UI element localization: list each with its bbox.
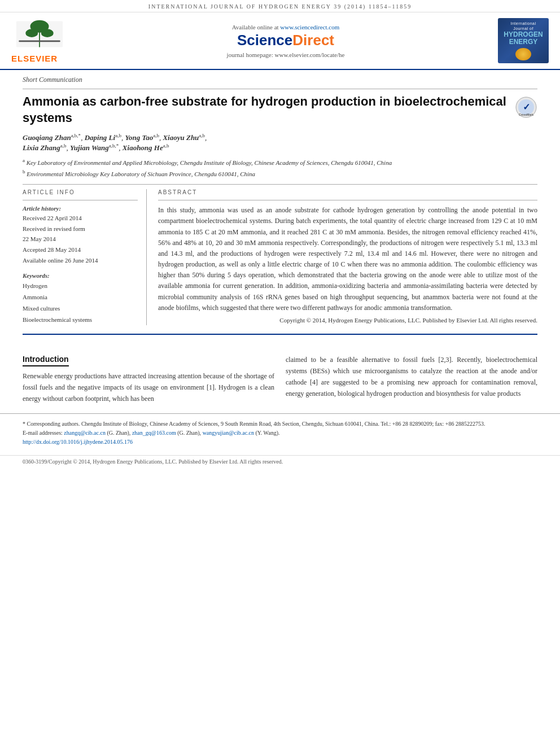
abstract-text: In this study, ammonia was used as an an…	[158, 205, 537, 313]
keyword-1: Hydrogen	[23, 281, 138, 292]
email-link-1[interactable]: zhangq@cib.ac.cn	[64, 430, 106, 436]
author-7-sup: a,b	[163, 143, 169, 148]
revised-date: 22 May 2014	[23, 234, 138, 244]
authors-list: Guoqiang Zhana,b,*, Daping Lia,b, Yong T…	[23, 133, 537, 152]
svg-point-3	[25, 29, 38, 37]
introduction-section: Introduction Renewable energy production…	[0, 355, 560, 404]
sciencedirect-link[interactable]: www.sciencedirect.com	[280, 24, 339, 30]
keywords-section: Keywords: Hydrogen Ammonia Mixed culture…	[23, 272, 138, 325]
crossmark-svg: ✓ CrossMark	[515, 96, 537, 119]
intro-left-col: Introduction Renewable energy production…	[23, 355, 274, 404]
author-4-sup: a,b	[199, 133, 205, 138]
author-5-sup: a,b	[60, 143, 67, 148]
author-3: Yong Tao	[125, 134, 153, 142]
author-1: Guoqiang Zhan	[23, 134, 71, 142]
journal-topbar: INTERNATIONAL JOURNAL OF HYDROGEN ENERGY…	[0, 0, 560, 12]
author-2: Daping Li	[85, 134, 116, 142]
author-6: Yujian Wang	[70, 143, 109, 152]
keyword-3: Mixed cultures	[23, 303, 138, 314]
affiliations: a Key Laboratory of Environmental and Ap…	[23, 157, 537, 178]
abstract-inner-divider	[158, 200, 537, 200]
author-6-sup: a,b,*	[109, 143, 119, 148]
available-online-text: Available online at www.sciencedirect.co…	[79, 24, 492, 30]
history-label: Article history:	[23, 205, 138, 212]
article-info-header: ARTICLE INFO	[23, 189, 138, 195]
crossmark-logo: ✓ CrossMark	[515, 96, 537, 119]
article-info-col: ARTICLE INFO Article history: Received 2…	[23, 189, 147, 325]
journal-logo: InternationalJournal of HYDROGENENERGY	[492, 18, 549, 63]
content-area: Short Communication Ammonia as carbon-fr…	[0, 70, 560, 355]
bottom-main-divider	[23, 334, 537, 335]
author-7: Xiaohong He	[123, 143, 163, 152]
page-header: ELSEVIER Available online at www.science…	[0, 12, 560, 70]
affiliation-a: a Key Laboratory of Environmental and Ap…	[23, 157, 537, 167]
elsevier-logo: ELSEVIER	[11, 19, 79, 63]
svg-text:✓: ✓	[523, 102, 530, 112]
article-type: Short Communication	[23, 76, 537, 84]
email-link-2[interactable]: zhan_gq@163.com	[132, 430, 176, 436]
author-2-sup: a,b	[115, 133, 121, 138]
intro-right-col: claimed to be a feasible alternative to …	[286, 355, 537, 404]
title-top-divider	[23, 89, 537, 89]
received-date: Received 22 April 2014	[23, 213, 138, 224]
journal-logo-circle	[515, 48, 531, 60]
keyword-2: Ammonia	[23, 292, 138, 303]
copyright-text: Copyright © 2014, Hydrogen Energy Public…	[158, 317, 537, 324]
journal-logo-main: HYDROGENENERGY	[504, 31, 542, 46]
author-5: Lixia Zhang	[23, 143, 60, 152]
journal-citation: INTERNATIONAL JOURNAL OF HYDROGEN ENERGY…	[148, 3, 412, 10]
info-inner-divider	[23, 200, 138, 200]
footnotes-area: * Corresponding authors. Chengdu Institu…	[0, 413, 560, 452]
sciencedirect-logo: ScienceDirect	[79, 32, 492, 49]
author-4: Xiaoyu Zhu	[163, 134, 199, 142]
journal-logo-box: InternationalJournal of HYDROGENENERGY	[498, 18, 549, 63]
author-1-sup: a,b,*	[71, 133, 81, 138]
header-center: Available online at www.sciencedirect.co…	[79, 24, 492, 58]
elsevier-wordmark: ELSEVIER	[11, 54, 79, 63]
online-date: Available online 26 June 2014	[23, 256, 138, 266]
revised-label: Received in revised form	[23, 224, 138, 234]
keywords-label: Keywords:	[23, 272, 138, 279]
email-link-3[interactable]: wangyujian@cib.ac.cn	[203, 430, 254, 436]
author-3-sup: a,b	[153, 133, 159, 138]
doi-link-text: http://dx.doi.org/10.1016/j.ijhydene.201…	[23, 438, 537, 447]
info-top-divider	[23, 184, 537, 185]
journal-homepage: journal homepage: www.elsevier.com/locat…	[79, 51, 492, 58]
abstract-col: ABSTRACT In this study, ammonia was used…	[158, 189, 537, 325]
email-addresses: E-mail addresses: zhangq@cib.ac.cn (G. Z…	[23, 429, 537, 438]
svg-text:CrossMark: CrossMark	[519, 113, 533, 116]
bottom-bar: 0360-3199/Copyright © 2014, Hydrogen Ene…	[0, 455, 560, 468]
doi-link[interactable]: http://dx.doi.org/10.1016/j.ijhydene.201…	[23, 439, 133, 445]
intro-left-text: Renewable energy productions have attrac…	[23, 371, 274, 404]
issn-copyright: 0360-3199/Copyright © 2014, Hydrogen Ene…	[23, 458, 283, 465]
info-abstract-cols: ARTICLE INFO Article history: Received 2…	[23, 189, 537, 325]
accepted-date: Accepted 28 May 2014	[23, 245, 138, 255]
intro-right-text: claimed to be a feasible alternative to …	[286, 355, 537, 399]
article-title-area: Ammonia as carbon-free substrate for hyd…	[23, 94, 537, 126]
corresponding-authors: * Corresponding authors. Chengdu Institu…	[23, 420, 537, 429]
elsevier-logo-svg	[11, 19, 68, 50]
keyword-4: Bioelectrochemical systems	[23, 314, 138, 326]
svg-rect-5	[19, 40, 60, 42]
affiliation-b: b Environmental Microbiology Key Laborat…	[23, 168, 537, 178]
abstract-header: ABSTRACT	[158, 189, 537, 195]
intro-heading: Introduction	[23, 355, 69, 366]
article-title-text: Ammonia as carbon-free substrate for hyd…	[23, 94, 509, 126]
journal-logo-title: InternationalJournal of	[510, 21, 536, 31]
svg-point-4	[41, 29, 54, 37]
